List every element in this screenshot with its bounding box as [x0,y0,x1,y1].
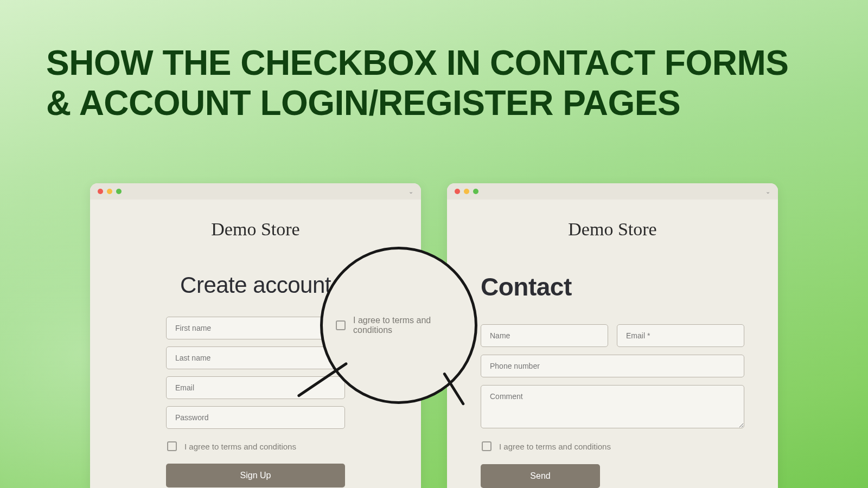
minimize-icon[interactable] [107,189,112,194]
chevron-down-icon[interactable]: ⌄ [409,188,413,195]
page-title: SHOW THE CHECKBOX IN CONTACT FORMS & ACC… [46,43,822,123]
store-name: Demo Store [90,200,421,245]
window-titlebar: ⌄ [447,183,778,200]
maximize-icon[interactable] [116,189,122,194]
form-heading: Contact [481,272,744,301]
signup-button[interactable]: Sign Up [166,464,345,487]
password-input[interactable] [166,406,345,429]
terms-checkbox[interactable] [482,441,492,451]
close-icon[interactable] [98,189,103,194]
store-name: Demo Store [447,200,778,245]
email-input[interactable] [166,376,345,399]
minimize-icon[interactable] [464,189,469,194]
signup-window: ⌄ Demo Store Create account I agree to t… [90,183,421,488]
last-name-input[interactable] [166,346,345,369]
terms-label: I agree to terms and conditions [499,442,611,451]
terms-label: I agree to terms and conditions [184,442,296,451]
chevron-down-icon[interactable]: ⌄ [765,188,770,195]
email-input[interactable] [617,324,744,347]
window-titlebar: ⌄ [90,183,421,200]
contact-window: ⌄ Demo Store Contact I agree to terms an… [447,183,778,488]
comment-input[interactable] [481,385,744,428]
maximize-icon[interactable] [473,189,478,194]
close-icon[interactable] [455,189,460,194]
send-button[interactable]: Send [481,464,600,488]
form-heading: Create account [123,272,388,298]
name-input[interactable] [481,324,608,347]
terms-checkbox[interactable] [167,441,177,451]
phone-input[interactable] [481,355,744,377]
first-name-input[interactable] [166,317,345,339]
